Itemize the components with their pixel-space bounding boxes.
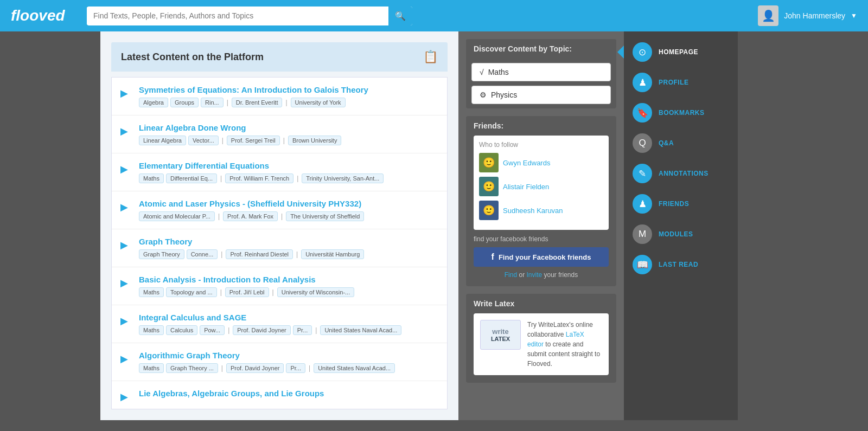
nav-item-annotations[interactable]: ✎ANNOTATIONS [624,158,738,189]
nav-item-homepage[interactable]: ⊙HOMEPAGE [624,37,738,67]
find-link[interactable]: Find [505,271,517,279]
list-item-3: ▶Atomic and Laser Physics - (Sheffield U… [112,191,447,229]
university-tag[interactable]: The University of Sheffield [286,211,364,221]
tag[interactable]: Linear Algebra [139,136,186,145]
separator: | [296,175,299,182]
nav-item-modules[interactable]: MMODULES [624,219,738,249]
friends-title: Friends: [474,121,609,130]
separator: | [220,364,224,372]
wl-logo: write LATEX [480,320,521,350]
author-tag[interactable]: Prof. A. Mark Fox [223,211,278,221]
topic-maths-button[interactable]: √ Maths [471,63,611,81]
tag[interactable]: Maths [139,287,164,297]
university-tag[interactable]: Brown University [288,136,342,145]
item-title-6[interactable]: Integral Calculus and SAGE [139,313,437,322]
left-spacer [0,31,100,420]
fb-find-text: find your facebook friends [474,235,609,243]
bullet-icon-3: ▶ [120,201,128,213]
tag[interactable]: Groups [170,98,199,107]
user-name: John Hammersley [784,11,845,20]
bullet-icon-2: ▶ [120,163,128,175]
nav-icon-bookmarks: 🔖 [633,103,652,123]
author-tag[interactable]: Dr. Brent Everitt [232,98,283,107]
center-content: Latest Content on the Platform 📋 ▶Symmet… [100,31,458,420]
university-tag[interactable]: Trinity University, San-Ant... [302,173,384,183]
bullet-icon-5: ▶ [120,277,128,289]
who-to-follow: Who to follow 🙂 Gwyn Edwards 🙂 Alistair … [474,136,609,230]
item-title-0[interactable]: Symmetries of Equations: An Introduction… [139,85,437,94]
tag[interactable]: Pow... [200,325,225,335]
author-tag[interactable]: Prof. Sergei Treil [227,136,280,145]
right-sidebar: Discover Content by Topic: √ Maths ⚙ Phy… [458,31,624,420]
nav-item-friends[interactable]: ♟FRIENDS [624,189,738,219]
tag[interactable]: Graph Theory ... [166,363,218,373]
nav-item-q-a[interactable]: QQ&A [624,128,738,158]
tags-1: Linear AlgebraVector... | Prof. Sergei T… [139,136,437,145]
university-tag[interactable]: University of Wisconsin-... [277,287,355,297]
item-title-2[interactable]: Elementary Differential Equations [139,161,437,170]
university-tag[interactable]: United States Naval Acad... [320,325,401,335]
separator: | [282,137,286,144]
nav-label-q-a: Q&A [659,139,674,147]
facebook-button[interactable]: f Find your Facebook friends [474,247,609,267]
tag[interactable]: Topology and ... [166,287,217,297]
user-area: 👤 John Hammersley ▼ [758,5,857,26]
item-title-5[interactable]: Basic Analysis - Introduction to Real An… [139,275,437,284]
writelatex-title: Write Latex [474,299,609,308]
tag[interactable]: Graph Theory [139,249,184,259]
nav-label-annotations: ANNOTATIONS [659,170,709,177]
author2-tag[interactable]: Pr... [293,325,312,335]
content-header-icon: 📋 [423,50,438,64]
item-title-3[interactable]: Atomic and Laser Physics - (Sheffield Un… [139,199,437,208]
university-tag[interactable]: Universität Hamburg [301,249,364,259]
tag[interactable]: Algebra [139,98,168,107]
user-dropdown-arrow[interactable]: ▼ [851,12,857,20]
author-tag[interactable]: Prof. William F. Trench [225,173,293,183]
author-tag[interactable]: Prof. Jiří Lebl [225,287,269,297]
facebook-section: find your facebook friends f Find your F… [474,235,609,279]
search-input[interactable] [87,7,388,24]
nav-icon-profile: ♟ [633,73,652,92]
item-title-4[interactable]: Graph Theory [139,237,437,246]
tag[interactable]: Maths [139,325,164,335]
item-title-7[interactable]: Algorithmic Graph Theory [139,351,437,360]
wl-desc: Try WriteLatex's online collaborative La… [527,320,602,369]
friend-name-1[interactable]: Alistair Fielden [503,183,549,191]
nav-item-last-read[interactable]: 📖LAST READ [624,249,738,280]
item-title-8[interactable]: Lie Algebras, Algebraic Groups, and Lie … [139,389,437,398]
university-tag[interactable]: United States Naval Acad... [314,363,395,373]
discover-panel: Discover Content by Topic: √ Maths ⚙ Phy… [466,39,616,108]
author-tag[interactable]: Prof. David Joyner [226,363,284,373]
list-item-5: ▶Basic Analysis - Introduction to Real A… [112,267,447,305]
author-tag[interactable]: Prof. David Joyner [233,325,290,335]
author2-tag[interactable]: Pr... [286,363,305,373]
topic-physics-button[interactable]: ⚙ Physics [471,86,611,104]
nav-item-bookmarks[interactable]: 🔖BOOKMARKS [624,98,738,128]
tags-2: MathsDifferential Eq... | Prof. William … [139,173,437,183]
friend-name-2[interactable]: Sudheesh Karuvan [503,207,563,215]
separator: | [227,326,231,334]
author-tag[interactable]: Prof. Reinhard Diestel [226,249,293,259]
item-title-1[interactable]: Linear Algebra Done Wrong [139,123,437,132]
tag[interactable]: Differential Eq... [166,173,217,183]
invite-link[interactable]: Invite [526,271,542,279]
nav-item-profile[interactable]: ♟PROFILE [624,67,738,98]
tag[interactable]: Vector... [188,136,219,145]
separator: | [284,99,288,106]
nav-icon-friends: ♟ [633,194,652,214]
tags-4: Graph TheoryConne... | Prof. Reinhard Di… [139,249,437,259]
tag[interactable]: Calculus [166,325,197,335]
list-item-4: ▶Graph TheoryGraph TheoryConne... | Prof… [112,229,447,267]
friend-name-0[interactable]: Gwyn Edwards [503,159,550,167]
separator: | [280,213,284,220]
nav-icon-last-read: 📖 [633,255,652,274]
tag[interactable]: Conne... [187,249,218,259]
list-item-8: ▶Lie Algebras, Algebraic Groups, and Lie… [112,381,447,409]
tag[interactable]: Rin... [201,98,224,107]
search-button[interactable]: 🔍 [388,7,412,25]
university-tag[interactable]: University of York [291,98,346,107]
separator: | [219,175,223,182]
tag[interactable]: Atomic and Molecular P... [139,211,215,221]
tag[interactable]: Maths [139,173,164,183]
tag[interactable]: Maths [139,363,164,373]
